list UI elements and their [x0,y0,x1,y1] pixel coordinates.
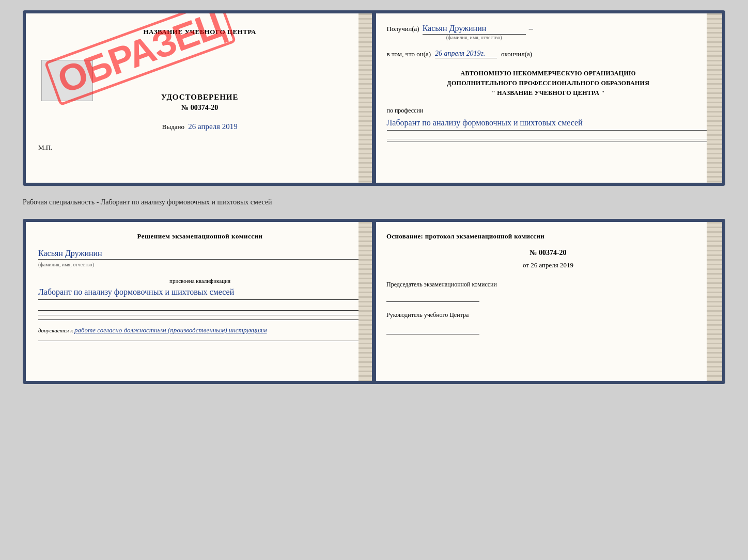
recipient-sublabel: (фамилия, имя, отчество) [446,35,502,40]
profession-name: Лаборант по анализу формовочных и шихтов… [387,117,710,131]
commission-name: Касьян Дружинин [38,249,362,260]
sig-line4 [38,341,362,341]
recipient-name: Касьян Дружинин [423,24,526,35]
commission-sublabel: (фамилия, имя, отчество) [38,262,362,267]
bottom-left-spine [359,222,374,381]
issued-label: Выдано [162,123,184,131]
dash-separator: – [529,24,533,33]
bottom-right-page: Основание: протокол экзаменационной коми… [374,222,722,381]
proto-date: 26 апреля 2019 [531,261,573,269]
bottom-right-spine [707,222,722,381]
date-suffix: окончил(а) [501,50,532,58]
kvali-prefix: присвоена квалификация [38,278,362,284]
proto-date-prefix: от [523,261,529,269]
date-prefix: в том, что он(а) [387,50,431,58]
rukov-sig-line [386,334,479,334]
divider2 [387,141,710,142]
sig-line3 [38,319,362,320]
bottom-document: Решением экзаменационной комиссии Касьян… [23,219,725,384]
date-line: в том, что он(а) 26 апреля 2019г. окончи… [387,50,710,58]
org-line2: ДОПОЛНИТЕЛЬНОГО ПРОФЕССИОНАЛЬНОГО ОБРАЗО… [387,78,710,88]
osnov-heading: Основание: протокол экзаменационной коми… [386,232,710,241]
kvali-name: Лаборант по анализу формовочных и шихтов… [38,286,362,300]
right-page-spine-decoration [707,13,722,183]
org-line3: " НАЗВАНИЕ УЧЕБНОГО ЦЕНТРА " [387,88,710,98]
commission-heading: Решением экзаменационной комиссии [38,232,362,241]
cert-number: № 00374-20 [38,104,362,112]
org-block: АВТОНОМНУЮ НЕКОММЕРЧЕСКУЮ ОРГАНИЗАЦИЮ ДО… [387,69,710,99]
divider1 [387,139,710,139]
rukov-block: Руководитель учебного Центра [386,310,710,334]
left-page-spine-decoration [359,13,374,183]
sig-line1 [38,310,362,311]
recipient-label: Получил(а) [387,25,419,33]
top-left-page: НАЗВАНИЕ УЧЕБНОГО ЦЕНТРА ОБРАЗЕЦ УДОСТОВ… [26,13,375,183]
sig-line2 [38,315,362,315]
mp-label: М.П. [38,143,362,152]
org-line1: АВТОНОМНУЮ НЕКОММЕРЧЕСКУЮ ОРГАНИЗАЦИЮ [387,69,710,78]
rukov-label: Руководитель учебного Центра [386,310,710,319]
issued-date: 26 апреля 2019 [188,122,238,131]
cert-school-title: НАЗВАНИЕ УЧЕБНОГО ЦЕНТРА [38,28,362,36]
recipient-block: Получил(а) Касьян Дружинин (фамилия, имя… [387,24,710,40]
stamp-placeholder [41,60,93,101]
bottom-left-page: Решением экзаменационной комиссии Касьян… [26,222,374,381]
proto-date-line: от 26 апреля 2019 [386,261,710,269]
dopuskaetsya-text: допускается к работе согласно должностны… [38,326,362,334]
work-specialty-label: Рабочая специальность - Лаборант по анал… [23,194,725,211]
top-right-page: Получил(а) Касьян Дружинин (фамилия, имя… [375,13,723,183]
profession-prefix: по профессии [387,107,710,115]
predsedatel-sig-line [386,301,479,302]
proto-number: № 00374-20 [386,249,710,257]
predsedatel-block: Председатель экзаменационной комиссии [386,280,710,302]
top-document: НАЗВАНИЕ УЧЕБНОГО ЦЕНТРА ОБРАЗЕЦ УДОСТОВ… [23,10,725,186]
cert-issued-line: Выдано 26 апреля 2019 [38,122,362,131]
predsedatel-label: Председатель экзаменационной комиссии [386,280,710,289]
date-value: 26 апреля 2019г. [435,50,497,58]
